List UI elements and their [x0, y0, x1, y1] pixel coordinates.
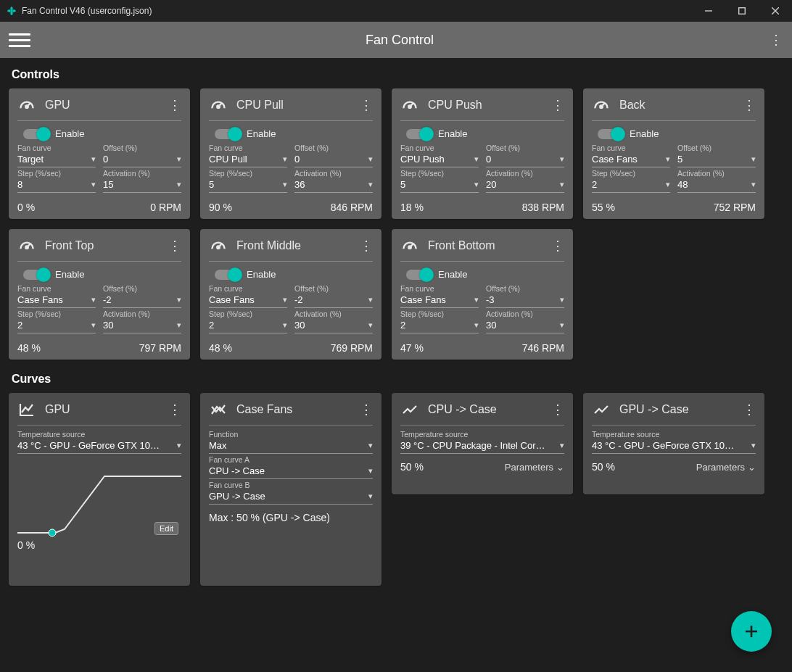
offset-label: Offset (%): [103, 284, 181, 293]
offset-select[interactable]: -2▾: [294, 293, 373, 308]
control-card: BackEnableFan curveCase Fans▾Step (%/sec…: [583, 88, 764, 219]
step-select[interactable]: 2▾: [209, 318, 287, 333]
curves-grid: GPU Temperature source 43 °C - GPU - GeF…: [9, 393, 783, 586]
control-percent: 90 %: [209, 202, 232, 213]
chart-icon: [17, 400, 36, 419]
card-more-button[interactable]: [743, 401, 756, 418]
enable-toggle[interactable]: [598, 129, 622, 139]
chevron-down-icon: ▾: [91, 154, 96, 164]
offset-select[interactable]: 0▾: [103, 152, 181, 167]
gauge-icon: [400, 96, 419, 115]
parameters-button[interactable]: Parameters⌄: [696, 462, 756, 473]
fan-curve-select[interactable]: Case Fans▾: [400, 293, 479, 308]
activation-select[interactable]: 30▾: [294, 318, 373, 333]
card-more-button[interactable]: [360, 96, 373, 114]
activation-select[interactable]: 48▾: [677, 178, 756, 193]
chevron-down-icon: ▾: [666, 154, 670, 164]
chevron-down-icon: ▾: [368, 295, 373, 304]
activation-select[interactable]: 20▾: [486, 178, 564, 193]
mix-result: Max : 50 % (GPU -> Case): [209, 512, 330, 523]
control-title: CPU Pull: [236, 99, 351, 112]
edit-curve-button[interactable]: Edit: [154, 522, 178, 535]
offset-select[interactable]: 5▾: [677, 152, 756, 167]
offset-select[interactable]: -2▾: [103, 293, 181, 308]
step-select[interactable]: 2▾: [592, 178, 670, 193]
card-more-button[interactable]: [551, 96, 564, 114]
fan-curve-select[interactable]: CPU Push▾: [400, 152, 479, 167]
enable-label: Enable: [630, 128, 659, 139]
curve-card-case-fans: Case Fans Function Max▾ Fan curve A CPU …: [200, 393, 381, 586]
offset-select[interactable]: 0▾: [486, 152, 564, 167]
gauge-icon: [400, 236, 419, 255]
control-percent: 47 %: [400, 342, 424, 354]
step-select[interactable]: 2▾: [400, 318, 479, 333]
offset-select[interactable]: 0▾: [294, 152, 373, 167]
menu-button[interactable]: [9, 29, 30, 51]
enable-toggle[interactable]: [215, 270, 239, 280]
temp-source-label: Temperature source: [400, 430, 564, 439]
activation-select[interactable]: 30▾: [486, 318, 564, 333]
enable-label: Enable: [247, 269, 276, 280]
control-rpm: 838 RPM: [522, 202, 564, 213]
chevron-down-icon: ▾: [560, 441, 564, 450]
card-more-button[interactable]: [168, 237, 181, 254]
svg-point-6: [25, 105, 28, 107]
enable-toggle[interactable]: [23, 129, 48, 139]
svg-point-14: [25, 246, 28, 248]
gauge-icon: [592, 96, 611, 115]
add-fab-button[interactable]: [731, 611, 772, 652]
control-card: GPUEnableFan curveTarget▾Step (%/sec)8▾O…: [9, 88, 190, 219]
temp-source-select[interactable]: 43 °C - GPU - GeForce GTX 1060 6GB ▾: [17, 439, 181, 454]
fan-curve-select[interactable]: Case Fans▾: [209, 293, 287, 308]
card-more-button[interactable]: [360, 237, 373, 254]
card-more-button[interactable]: [743, 96, 756, 114]
control-rpm: 746 RPM: [522, 342, 564, 354]
enable-label: Enable: [247, 128, 276, 139]
fan-curve-select[interactable]: CPU Pull▾: [209, 152, 287, 167]
temp-source-select[interactable]: 43 °C - GPU - GeForce GTX 1060 6GB▾: [592, 439, 756, 454]
enable-toggle[interactable]: [406, 270, 431, 280]
temp-source-select[interactable]: 39 °C - CPU Package - Intel Core i5-9▾: [400, 439, 564, 454]
chevron-down-icon: ▾: [560, 295, 564, 304]
step-select[interactable]: 5▾: [209, 178, 287, 193]
activation-select[interactable]: 15▾: [103, 178, 181, 193]
curve-card-gpu: GPU Temperature source 43 °C - GPU - GeF…: [9, 393, 190, 586]
enable-toggle[interactable]: [406, 129, 431, 139]
card-more-button[interactable]: [360, 401, 373, 418]
function-select[interactable]: Max▾: [209, 439, 373, 454]
enable-toggle[interactable]: [23, 270, 48, 280]
fan-curve-select[interactable]: Case Fans▾: [592, 152, 670, 167]
window-close-button[interactable]: [759, 0, 792, 22]
step-select[interactable]: 2▾: [17, 318, 96, 333]
enable-toggle[interactable]: [215, 129, 239, 139]
offset-label: Offset (%): [103, 144, 181, 152]
window-minimize-button[interactable]: [692, 0, 725, 22]
offset-select[interactable]: -3▾: [486, 293, 564, 308]
activation-label: Activation (%): [486, 310, 564, 318]
card-more-button[interactable]: [551, 401, 564, 418]
svg-point-10: [408, 105, 411, 107]
card-more-button[interactable]: [168, 96, 181, 114]
fan-curve-a-select[interactable]: CPU -> Case▾: [209, 464, 373, 479]
curve-chart[interactable]: Edit: [17, 458, 181, 538]
main-content: Controls GPUEnableFan curveTarget▾Step (…: [0, 58, 792, 672]
control-title: Front Top: [45, 239, 160, 252]
activation-select[interactable]: 30▾: [103, 318, 181, 333]
step-select[interactable]: 5▾: [400, 178, 479, 193]
fan-curve-select[interactable]: Case Fans▾: [17, 293, 96, 308]
chevron-down-icon: ▾: [177, 295, 181, 304]
fan-curve-label: Fan curve: [592, 144, 670, 152]
card-more-button[interactable]: [551, 237, 564, 254]
card-more-button[interactable]: [168, 401, 181, 418]
window-maximize-button[interactable]: [725, 0, 759, 22]
curves-heading: Curves: [12, 373, 780, 386]
step-select[interactable]: 8▾: [17, 178, 96, 193]
fan-curve-select[interactable]: Target▾: [17, 152, 96, 167]
parameters-button[interactable]: Parameters⌄: [505, 462, 564, 473]
temp-source-label: Temperature source: [592, 430, 756, 439]
enable-label: Enable: [55, 269, 84, 280]
fan-curve-b-select[interactable]: GPU -> Case▾: [209, 489, 373, 505]
control-title: CPU Push: [428, 99, 543, 112]
activation-select[interactable]: 36▾: [294, 178, 373, 193]
appbar-more-button[interactable]: [769, 29, 783, 51]
